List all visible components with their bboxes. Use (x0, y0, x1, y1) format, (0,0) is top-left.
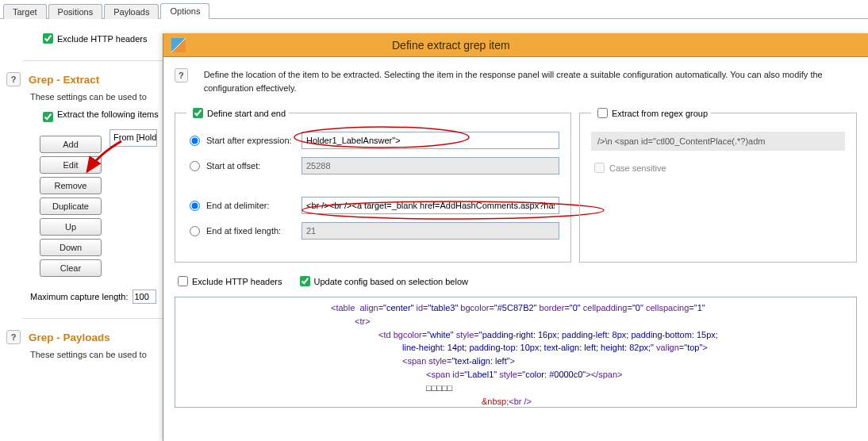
update-config-label: Update config based on selection below (314, 277, 468, 286)
dialog-exclude-http-label: Exclude HTTP headers (192, 277, 282, 286)
start-at-offset-radio[interactable] (190, 161, 200, 171)
define-extract-dialog: Define extract grep item ? Define the lo… (163, 33, 868, 441)
case-sensitive-label: Case sensitive (609, 163, 666, 173)
extract-from-regex-legend: Extract from regex group (612, 109, 708, 118)
add-button[interactable]: Add (40, 136, 102, 153)
start-after-expression-label: Start after expression: (206, 136, 301, 145)
help-icon[interactable]: ? (6, 72, 21, 86)
tab-bar: Target Positions Payloads Options (0, 0, 868, 19)
define-start-end-fieldset: Define start and end Start after express… (175, 105, 571, 263)
end-at-fixed-length-radio[interactable] (190, 226, 200, 236)
grep-payloads-subtitle: These settings can be used to (30, 350, 163, 359)
response-panel[interactable]: <table align="center" id="table3" bgcolo… (175, 297, 857, 408)
max-capture-length-label: Maximum capture length: (30, 292, 129, 301)
update-config-checkbox[interactable] (300, 276, 310, 286)
help-icon[interactable]: ? (175, 68, 188, 82)
edit-button[interactable]: Edit (40, 156, 102, 174)
remove-button[interactable]: Remove (40, 177, 102, 194)
left-panel: Exclude HTTP headers ? Grep - Extract Th… (0, 19, 163, 367)
grep-extract-title: Grep - Extract (29, 74, 99, 86)
regex-preview: />\n <span id="ctl00_ContentPlace(.*?)ad… (591, 132, 845, 151)
start-at-offset-input (301, 157, 559, 174)
extract-from-regex-checkbox[interactable] (597, 108, 608, 118)
dialog-title: Define extract grep item (392, 39, 510, 52)
extract-following-items-checkbox[interactable] (43, 112, 53, 122)
dialog-intro-text: Define the location of the item to be ex… (204, 68, 857, 94)
up-button[interactable]: Up (40, 218, 102, 236)
start-after-expression-input[interactable] (301, 132, 559, 149)
dialog-header: Define extract grep item (163, 33, 868, 57)
duplicate-button[interactable]: Duplicate (40, 197, 102, 215)
end-at-fixed-length-label: End at fixed length: (206, 226, 301, 236)
dialog-exclude-http-checkbox[interactable] (178, 276, 188, 286)
start-at-offset-label: Start at offset: (206, 161, 301, 171)
extract-from-regex-fieldset: Extract from regex group />\n <span id="… (579, 105, 857, 263)
exclude-http-headers-top-checkbox[interactable] (43, 33, 53, 44)
define-start-end-checkbox[interactable] (193, 108, 203, 118)
down-button[interactable]: Down (40, 239, 102, 256)
end-at-delimiter-radio[interactable] (190, 201, 200, 211)
end-at-delimiter-label: End at delimiter: (206, 201, 301, 210)
max-capture-length-input[interactable] (133, 290, 156, 304)
help-icon[interactable]: ? (6, 330, 21, 344)
define-start-end-legend: Define start and end (207, 109, 286, 118)
extract-following-items-label: Extract the following items (57, 109, 159, 119)
tab-positions[interactable]: Positions (48, 4, 103, 19)
grep-payloads-title: Grep - Payloads (29, 332, 110, 343)
grep-extract-subtitle: These settings can be used to (30, 92, 163, 102)
tab-target[interactable]: Target (3, 4, 47, 19)
start-after-expression-radio[interactable] (190, 136, 200, 146)
extract-list-item[interactable]: From [Holder1 (109, 129, 157, 147)
clear-button[interactable]: Clear (40, 259, 102, 277)
tab-payloads[interactable]: Payloads (104, 4, 159, 19)
exclude-http-headers-top-label: Exclude HTTP headers (57, 34, 148, 44)
end-at-fixed-length-input (301, 222, 559, 240)
end-at-delimiter-input[interactable] (301, 197, 559, 214)
tab-options[interactable]: Options (160, 3, 209, 19)
case-sensitive-checkbox (594, 163, 605, 173)
burp-logo-icon (171, 38, 186, 52)
